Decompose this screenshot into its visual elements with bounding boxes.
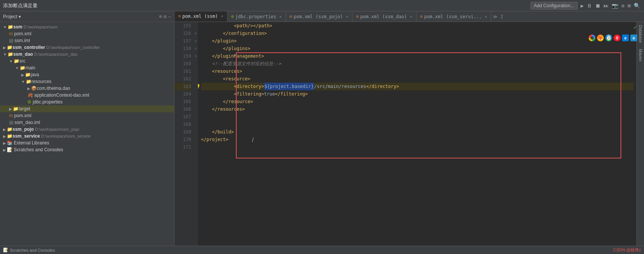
tree-item-main[interactable]: ▼ 📁 main [0, 64, 174, 71]
tree-item-label: src [19, 58, 25, 64]
scratches-consoles[interactable]: 📝 Scratches and Consoles [3, 248, 55, 252]
tree-item-java[interactable]: ▶ 📁 java [0, 71, 174, 78]
tab-close-icon[interactable]: ✕ [280, 14, 282, 19]
line-num-169: 169 [174, 128, 191, 136]
tree-item-pom-ssm[interactable]: m pom.xml [0, 30, 174, 37]
chevron-right-icon: ▶ [9, 107, 12, 111]
database-tool-label[interactable]: Database [638, 24, 643, 44]
editor-content[interactable]: <path/></path> </configuration> </plugin… [198, 22, 636, 246]
code-line-162: <resource> [201, 75, 633, 83]
scratches-icon: 📝 [7, 147, 13, 152]
tree-item-label: Scratches and Consoles [13, 147, 63, 152]
code-line-164: <filtering>true</filtering> [201, 90, 633, 98]
tree-item-ssm-service[interactable]: ▶ 📁 ssm_service D:\workspace\ssm_service [0, 133, 174, 140]
tab-pom-service[interactable]: m pom.xml (ssm_servi... ✕ [416, 11, 491, 22]
code-line-165: </resource> [201, 98, 633, 105]
chevron-down-icon: ▼ [21, 80, 25, 84]
code-line-166: </resources> [201, 105, 633, 113]
tree-item-target[interactable]: ▶ 📁 target [0, 105, 174, 112]
fold-156[interactable]: ⊟ [193, 30, 198, 37]
settings-icon[interactable]: ⚙ [163, 14, 166, 19]
stop-icon[interactable]: ⏹ [594, 2, 601, 9]
line-num-161: 161 [174, 67, 191, 75]
fold-157[interactable]: ⊟ [193, 37, 198, 45]
fold-167 [193, 113, 198, 121]
scratches-icon: 📝 [3, 248, 8, 252]
tree-item-pom-dao[interactable]: m pom.xml [0, 112, 174, 119]
tab-pom-pojo[interactable]: m pom.xml (ssm_pojo) ✕ [286, 11, 353, 22]
tree-item-label: ssm.iml [13, 38, 30, 43]
tree-item-ssm[interactable]: ▼ 📁 ssm D:\workspace\ssm [0, 24, 174, 30]
fold-163 [193, 83, 198, 90]
tree-item-scratches[interactable]: ▶ 📝 Scratches and Consoles [0, 146, 174, 153]
line-num-162: 162 [174, 75, 191, 83]
chevron-right-icon: ▶ [3, 127, 6, 132]
prop-icon: ⚙ [27, 99, 31, 105]
tab-close-icon[interactable]: ✕ [221, 14, 223, 18]
tree-item-src[interactable]: ▼ 📁 src [0, 58, 174, 64]
status-right: CSDN @杨博z [613, 247, 641, 253]
tree-item-label: ssm_service [13, 133, 40, 139]
xml-tab-icon: m [178, 14, 181, 19]
fold-166 [193, 105, 198, 113]
chevron-down-icon: ▼ [9, 59, 13, 63]
line-num-159: 159 [174, 52, 191, 60]
add-config-button[interactable]: Add Configuration... [531, 2, 578, 9]
tree-item-label: ssm_pojo [13, 127, 34, 132]
tree-item-appcontext[interactable]: 🍂 applicationContext-dao.xml [0, 92, 174, 99]
tab-label: pom.xml (ssm_pojo) [294, 14, 343, 19]
debug-icon[interactable]: ⏸ [586, 2, 593, 9]
xml-tab-icon: m [356, 14, 359, 19]
coverage-icon[interactable]: 📷 [611, 2, 619, 9]
tab-close-icon[interactable]: ✕ [485, 14, 487, 19]
prop-tab-icon: ⚙ [231, 14, 234, 19]
code-line-157: </plugin> [201, 37, 633, 45]
tree-item-label: ssm_dao [13, 52, 33, 57]
line-num-156: 156 [174, 30, 191, 37]
tree-item-com-itheima[interactable]: ▶ 📦 com.itheima.dao [0, 85, 174, 92]
line-num-166: 166 [174, 105, 191, 113]
tree-item-jdbc-prop[interactable]: ⚙ jdbc.properties [0, 99, 174, 105]
highlighted-text: ${project.basedir} [264, 83, 314, 90]
fold-169 [193, 128, 198, 136]
profile-icon[interactable]: ⏭ [603, 2, 609, 9]
tab-jdbc[interactable]: ⚙ jdbc.properties ✕ [228, 11, 286, 22]
chevron-right-icon: ▶ [21, 73, 24, 77]
tab-close-icon[interactable]: ✕ [346, 14, 348, 19]
search-icon[interactable]: 🔍 [633, 2, 641, 9]
tab-pom-dao[interactable]: m pom.xml (ssm_dao) ✕ [352, 11, 416, 22]
collapse-icon[interactable]: ⊕ [159, 14, 162, 19]
layout-icon[interactable]: ⊞ [627, 2, 631, 9]
tree-item-ssm-dao[interactable]: ▼ 📁 ssm_dao D:\workspace\ssm_dao [0, 51, 174, 58]
tree-item-ssm-controller[interactable]: ▶ 📁 ssm_controller D:\workspace\ssm_cont… [0, 44, 174, 51]
tab-pom-ssm[interactable]: m pom.xml (ssm) ✕ [174, 11, 228, 22]
tree-item-label: pom.xml [13, 113, 31, 118]
top-bar-title: 添加断点满足量 [3, 2, 38, 9]
maven-tool-label[interactable]: Maven [638, 47, 643, 63]
fold-158[interactable]: ⊟ [193, 45, 198, 52]
lib-icon: 📚 [7, 140, 13, 146]
tab-close-icon[interactable]: ✕ [410, 14, 412, 19]
fold-159[interactable]: ⊟ [193, 52, 198, 60]
line-num-170: 170 [174, 136, 191, 143]
menu-icon[interactable]: ≡ [620, 2, 625, 9]
tree-item-ext-libs[interactable]: ▶ 📚 External Libraries [0, 140, 174, 146]
tree-item-ssm-dao-iml[interactable]: ▤ ssm_dao.iml [0, 119, 174, 126]
line-num-164: 164 [174, 90, 191, 98]
minimize-icon[interactable]: — [168, 14, 171, 19]
java-folder-icon: 📁 [25, 72, 31, 77]
iml-icon: ▤ [9, 38, 13, 43]
tree-item-resources[interactable]: ▼ 📁 resources [0, 78, 174, 85]
run-icon[interactable]: ▶ [580, 2, 584, 9]
warn-bulb-icon[interactable]: 💡 [198, 83, 201, 90]
chevron-right-icon: ▶ [27, 86, 30, 91]
tree-item-path: D:\workspace\ssm_pojo [34, 127, 79, 132]
line-num-163: 163 [174, 83, 191, 90]
tree-item-ssm-iml[interactable]: ▤ ssm.iml [0, 37, 174, 44]
tree-item-ssm-pojo[interactable]: ▶ 📁 ssm_pojo D:\workspace\ssm_pojo [0, 126, 174, 133]
more-tabs-icon[interactable]: ≫ 2 [493, 14, 503, 19]
sidebar-header: Project ▾ ⊕ ⚙ — [0, 11, 174, 22]
right-panel: m pom.xml (ssm) ✕ ⚙ jdbc.properties ✕ m … [174, 11, 644, 246]
xml-icon: m [9, 113, 13, 118]
fold-168 [193, 121, 198, 128]
